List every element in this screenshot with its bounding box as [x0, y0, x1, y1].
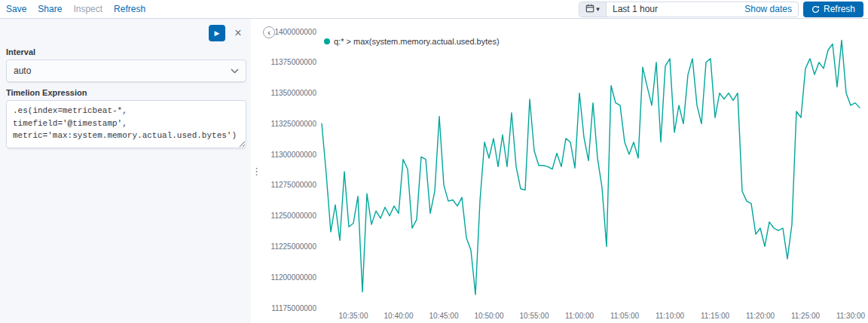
date-picker-controls: ▾ Last 1 hour Show dates Refresh [579, 2, 863, 17]
collapse-panel-button[interactable]: ‹ [263, 26, 275, 38]
calendar-icon [585, 2, 594, 16]
refresh-icon [811, 5, 820, 14]
svg-text:11375000000: 11375000000 [271, 58, 317, 66]
svg-text:11175000000: 11175000000 [271, 304, 316, 312]
refresh-link[interactable]: Refresh [114, 4, 145, 14]
main-content: ▶ × Interval auto Timelion Expression .e… [0, 19, 868, 323]
inspect-link[interactable]: Inspect [73, 4, 102, 14]
play-icon: ▶ [215, 29, 220, 37]
save-link[interactable]: Save [6, 4, 26, 14]
close-panel-button[interactable]: × [230, 25, 246, 41]
show-dates-button[interactable]: Show dates [738, 4, 798, 14]
refresh-button-label: Refresh [824, 4, 855, 14]
collapse-left-icon: ‹ [267, 28, 270, 37]
chevron-down-icon [231, 69, 239, 74]
svg-text:11400000000: 11400000000 [271, 28, 317, 36]
svg-text:11:30:00: 11:30:00 [836, 312, 866, 320]
super-date-picker: ▾ Last 1 hour Show dates [579, 2, 799, 17]
expression-label: Timelion Expression [6, 88, 246, 97]
top-bar: Save Share Inspect Refresh ▾ Last 1 hour… [0, 0, 868, 19]
svg-text:10:35:00: 10:35:00 [339, 312, 368, 320]
legend-series-label: q:* > max(system.memory.actual.used.byte… [334, 37, 500, 46]
timelion-editor-panel: ▶ × Interval auto Timelion Expression .e… [0, 19, 251, 323]
time-range-display[interactable]: Last 1 hour [607, 4, 738, 14]
caret-down-icon: ▾ [596, 6, 600, 13]
share-link[interactable]: Share [38, 4, 62, 14]
resize-handle-icon: ⋮ [252, 166, 261, 177]
timelion-expression-input[interactable]: .es(index=metricbeat-*, timefield='@time… [6, 100, 246, 148]
svg-text:11250000000: 11250000000 [271, 212, 317, 220]
svg-text:10:50:00: 10:50:00 [475, 312, 504, 320]
svg-text:11:15:00: 11:15:00 [701, 312, 730, 320]
svg-text:11225000000: 11225000000 [271, 242, 317, 251]
svg-text:11:00:00: 11:00:00 [565, 312, 594, 320]
timelion-chart-canvas[interactable]: 1117500000011200000000112250000001125000… [262, 19, 868, 323]
interval-label: Interval [6, 47, 246, 56]
legend-series-dot [324, 38, 330, 44]
svg-text:11300000000: 11300000000 [271, 151, 317, 159]
date-quick-select-button[interactable]: ▾ [579, 2, 607, 17]
close-icon: × [234, 27, 241, 39]
svg-text:11350000000: 11350000000 [271, 89, 317, 97]
svg-text:10:55:00: 10:55:00 [520, 312, 549, 320]
svg-text:11:25:00: 11:25:00 [791, 312, 821, 320]
svg-text:11275000000: 11275000000 [271, 181, 317, 189]
svg-text:10:45:00: 10:45:00 [429, 312, 459, 320]
svg-text:11:05:00: 11:05:00 [610, 312, 640, 320]
svg-text:10:40:00: 10:40:00 [384, 312, 414, 320]
interval-select-value: auto [14, 66, 31, 76]
refresh-button[interactable]: Refresh [803, 2, 863, 17]
interval-select[interactable]: auto [6, 59, 246, 82]
svg-text:11:20:00: 11:20:00 [746, 312, 775, 320]
chart-legend[interactable]: q:* > max(system.memory.actual.used.byte… [324, 37, 500, 46]
editor-panel-header: ▶ × [6, 25, 246, 41]
chart-area: ‹ q:* > max(system.memory.actual.used.by… [262, 19, 868, 323]
panel-resizer[interactable]: ⋮ [251, 19, 262, 323]
svg-text:11200000000: 11200000000 [271, 273, 317, 282]
run-expression-button[interactable]: ▶ [209, 25, 225, 41]
top-nav: Save Share Inspect Refresh [6, 4, 145, 14]
svg-text:11:10:00: 11:10:00 [656, 312, 685, 320]
svg-text:11325000000: 11325000000 [271, 120, 317, 128]
